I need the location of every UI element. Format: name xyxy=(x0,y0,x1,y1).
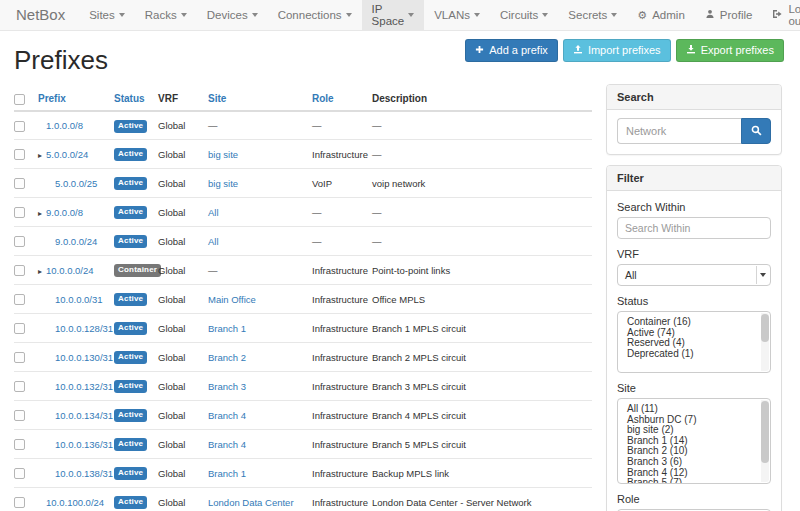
gear-icon: ⚙ xyxy=(637,10,647,21)
site-scrollbar[interactable] xyxy=(761,400,769,482)
import-icon xyxy=(573,44,583,57)
site-link[interactable]: All xyxy=(208,207,219,218)
search-within-input[interactable] xyxy=(617,217,771,239)
prefix-link[interactable]: 5.0.0.0/25 xyxy=(55,178,97,189)
prefix-link[interactable]: 10.0.0.130/31 xyxy=(55,352,113,363)
scrollbar-thumb[interactable] xyxy=(761,314,769,342)
site-link[interactable]: big site xyxy=(208,149,238,160)
table-row: 10.0.0.136/31ActiveGlobalBranch 4Infrast… xyxy=(14,430,592,459)
add-a-prefix-button[interactable]: Add a prefix xyxy=(465,39,558,62)
nav-menu-circuits[interactable]: Circuits xyxy=(490,0,558,30)
row-checkbox[interactable] xyxy=(14,294,25,305)
sort-link[interactable]: Prefix xyxy=(38,93,66,104)
site-link[interactable]: London Data Center xyxy=(208,497,294,508)
vrf-select[interactable]: All xyxy=(617,264,771,286)
row-checkbox[interactable] xyxy=(14,265,25,276)
prefix-link[interactable]: 10.0.0.128/31 xyxy=(55,323,113,334)
site-link[interactable]: Branch 2 xyxy=(208,352,246,363)
site-link[interactable]: Branch 3 xyxy=(208,381,246,392)
expand-icon[interactable]: ▸ xyxy=(38,209,46,218)
column-header-status: Status xyxy=(114,87,158,111)
sort-link[interactable]: Role xyxy=(312,93,334,104)
row-checkbox[interactable] xyxy=(14,149,25,160)
select-option[interactable]: Container (16) xyxy=(618,317,770,328)
row-checkbox[interactable] xyxy=(14,121,25,132)
role-value: Infrastructure xyxy=(312,149,368,160)
app-brand[interactable]: NetBox xyxy=(0,0,79,30)
select-option[interactable]: All (11) xyxy=(618,404,770,415)
site-link[interactable]: Branch 4 xyxy=(208,410,246,421)
prefix-link[interactable]: 9.0.0.0/24 xyxy=(55,236,97,247)
row-checkbox[interactable] xyxy=(14,207,25,218)
site-link[interactable]: Branch 1 xyxy=(208,468,246,479)
select-all-checkbox[interactable] xyxy=(14,94,25,105)
prefix-link[interactable]: 9.0.0.0/8 xyxy=(46,207,83,218)
action-buttons: Add a prefixImport prefixesExport prefix… xyxy=(460,39,784,62)
row-checkbox[interactable] xyxy=(14,178,25,189)
expand-icon[interactable]: ▸ xyxy=(38,151,46,160)
select-option[interactable]: Deprecated (1) xyxy=(618,349,770,360)
nav-menu-ip-space[interactable]: IP Space xyxy=(362,0,425,30)
prefix-link[interactable]: 10.0.0.0/31 xyxy=(55,294,103,305)
prefix-link[interactable]: 10.0.0.0/24 xyxy=(46,265,94,276)
navbar-menus: SitesRacksDevicesConnectionsIP SpaceVLAN… xyxy=(79,0,627,30)
expand-icon[interactable]: ▸ xyxy=(38,267,46,276)
select-option[interactable]: Branch 5 (7) xyxy=(618,478,770,484)
vrf-value: Global xyxy=(158,352,185,363)
table-header-row: PrefixStatusVRFSiteRoleDescription xyxy=(14,87,592,111)
scrollbar-thumb[interactable] xyxy=(761,401,769,463)
prefix-link[interactable]: 10.0.100.0/24 xyxy=(46,497,104,508)
prefix-link[interactable]: 10.0.0.138/31 xyxy=(55,468,113,479)
site-link[interactable]: big site xyxy=(208,178,238,189)
nav-menu-connections[interactable]: Connections xyxy=(268,0,362,30)
search-icon xyxy=(751,125,762,138)
status-badge: Active xyxy=(114,293,147,306)
nav-admin[interactable]: ⚙Admin xyxy=(627,0,694,30)
column-header-description: Description xyxy=(372,87,592,111)
nav-menu-racks[interactable]: Racks xyxy=(135,0,197,30)
chevron-down-icon xyxy=(346,13,352,17)
nav-profile[interactable]: Profile xyxy=(695,0,763,30)
prefix-link[interactable]: 5.0.0.0/24 xyxy=(46,149,88,160)
export-prefixes-button[interactable]: Export prefixes xyxy=(676,39,784,62)
nav-log-out[interactable]: Log out xyxy=(762,0,800,30)
site-link[interactable]: Branch 1 xyxy=(208,323,246,334)
search-button[interactable] xyxy=(741,118,771,144)
status-multiselect[interactable]: Container (16)Active (74)Reserved (4)Dep… xyxy=(617,311,771,373)
import-prefixes-button[interactable]: Import prefixes xyxy=(563,39,671,62)
sort-link[interactable]: Site xyxy=(208,93,226,104)
site-link[interactable]: Main Office xyxy=(208,294,256,305)
role-label: Role xyxy=(617,493,771,505)
status-label: Status xyxy=(617,295,771,307)
row-checkbox[interactable] xyxy=(14,236,25,247)
prefix-link[interactable]: 10.0.0.134/31 xyxy=(55,410,113,421)
prefix-link[interactable]: 1.0.0.0/8 xyxy=(46,120,83,131)
prefix-link[interactable]: 10.0.0.132/31 xyxy=(55,381,113,392)
nav-menu-vlans[interactable]: VLANs xyxy=(424,0,490,30)
search-input[interactable] xyxy=(617,118,741,144)
site-link[interactable]: Branch 4 xyxy=(208,439,246,450)
row-checkbox[interactable] xyxy=(14,381,25,392)
site-multiselect[interactable]: All (11)Ashburn DC (7)big site (2)Branch… xyxy=(617,398,771,484)
row-checkbox[interactable] xyxy=(14,410,25,421)
nav-menu-secrets[interactable]: Secrets xyxy=(558,0,627,30)
select-option[interactable]: Branch 3 (6) xyxy=(618,457,770,468)
row-checkbox[interactable] xyxy=(14,497,25,508)
role-value: — xyxy=(312,207,322,218)
row-checkbox[interactable] xyxy=(14,352,25,363)
site-link[interactable]: All xyxy=(208,236,219,247)
row-checkbox[interactable] xyxy=(14,468,25,479)
nav-menu-sites[interactable]: Sites xyxy=(79,0,135,30)
description-value: London Data Center - Server Network xyxy=(372,497,531,508)
status-scrollbar[interactable] xyxy=(761,313,769,371)
vrf-select-value: All xyxy=(625,269,637,281)
status-badge: Active xyxy=(114,177,147,190)
nav-menu-devices[interactable]: Devices xyxy=(197,0,268,30)
main-content: Prefixes PrefixStatusVRFSiteRoleDescript… xyxy=(14,31,592,511)
sort-link[interactable]: Status xyxy=(114,93,145,104)
prefix-link[interactable]: 10.0.0.136/31 xyxy=(55,439,113,450)
row-checkbox[interactable] xyxy=(14,439,25,450)
row-checkbox[interactable] xyxy=(14,323,25,334)
description-value: Point-to-point links xyxy=(372,265,450,276)
chevron-down-icon xyxy=(542,13,548,17)
